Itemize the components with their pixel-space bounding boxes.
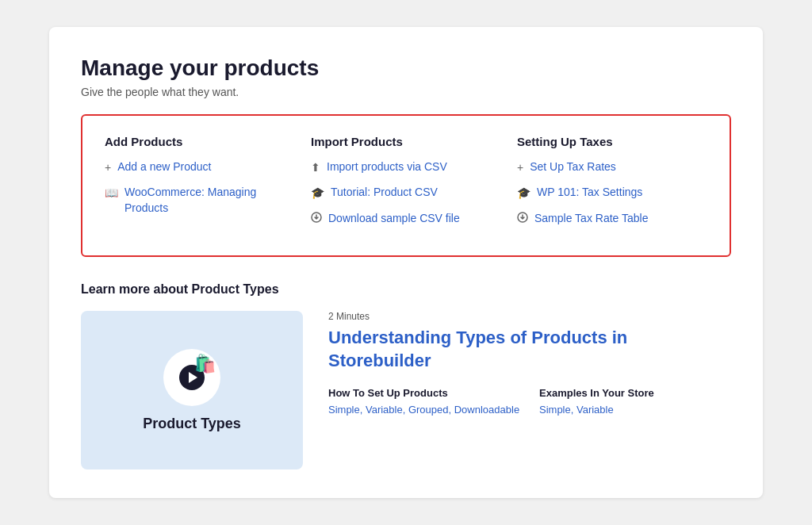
page-container: Manage your products Give the people wha… [49, 27, 763, 499]
import-products-column: Import Products ⬆ Import products via CS… [311, 135, 501, 237]
set-up-tax-rates-link[interactable]: + Set Up Tax Rates [517, 159, 707, 176]
plus-tax-icon: + [517, 160, 523, 176]
add-new-product-link[interactable]: + Add a new Product [105, 159, 295, 176]
add-new-product-label: Add a new Product [117, 159, 211, 175]
graduation-icon: 🎓 [311, 186, 324, 201]
page-title: Manage your products [81, 56, 731, 81]
book-icon: 📖 [105, 186, 118, 201]
graduation-tax-icon: 🎓 [517, 186, 530, 201]
shopping-bags-icon: 🛍️ [194, 354, 216, 374]
page-subtitle: Give the people what they want. [81, 86, 731, 98]
sample-tax-table-label: Sample Tax Rate Table [534, 211, 648, 227]
video-duration: 2 Minutes [328, 311, 731, 322]
tutorial-csv-link[interactable]: 🎓 Tutorial: Product CSV [311, 185, 501, 201]
thumbnail-label: Product Types [143, 416, 241, 432]
add-products-column: Add Products + Add a new Product 📖 WooCo… [105, 135, 295, 237]
video-title[interactable]: Understanding Types of Products in Store… [328, 327, 731, 372]
wp101-tax-link[interactable]: 🎓 WP 101: Tax Settings [517, 185, 707, 201]
download-circle-icon [311, 212, 322, 228]
video-thumbnail[interactable]: 🛍️ Product Types [81, 311, 303, 469]
topic-heading-1: How To Set Up Products [328, 387, 520, 399]
sample-tax-table-link[interactable]: Sample Tax Rate Table [517, 211, 707, 228]
download-sample-label: Download sample CSV file [328, 211, 460, 227]
import-csv-link[interactable]: ⬆ Import products via CSV [311, 159, 501, 176]
topic-links-1[interactable]: Simple, Variable, Grouped, Downloadable [328, 402, 520, 418]
setting-up-taxes-title: Setting Up Taxes [517, 135, 707, 148]
setting-up-taxes-column: Setting Up Taxes + Set Up Tax Rates 🎓 WP… [517, 135, 707, 237]
plus-icon: + [105, 160, 111, 176]
products-grid-box: Add Products + Add a new Product 📖 WooCo… [81, 114, 731, 258]
topic-heading-2: Examples In Your Store [539, 387, 731, 399]
add-products-title: Add Products [105, 135, 295, 148]
woocommerce-managing-link[interactable]: 📖 WooCommerce: Managing Products [105, 185, 295, 216]
import-csv-label: Import products via CSV [327, 159, 447, 175]
upload-icon: ⬆ [311, 160, 320, 176]
thumbnail-circle: 🛍️ [163, 349, 220, 406]
woocommerce-managing-label: WooCommerce: Managing Products [124, 185, 295, 216]
topic-col-1: How To Set Up Products Simple, Variable,… [328, 387, 520, 418]
download-sample-link[interactable]: Download sample CSV file [311, 211, 501, 228]
wp101-tax-label: WP 101: Tax Settings [537, 185, 642, 201]
set-up-tax-rates-label: Set Up Tax Rates [530, 159, 616, 175]
topic-links-2[interactable]: Simple, Variable [539, 402, 731, 418]
video-info: 2 Minutes Understanding Types of Product… [328, 311, 731, 417]
import-products-title: Import Products [311, 135, 501, 148]
download-circle-tax-icon [517, 212, 528, 228]
topics-grid: How To Set Up Products Simple, Variable,… [328, 387, 731, 418]
bottom-section: 🛍️ Product Types 2 Minutes Understanding… [81, 311, 731, 469]
topic-col-2: Examples In Your Store Simple, Variable [539, 387, 731, 418]
learn-section-title: Learn more about Product Types [81, 282, 731, 297]
tutorial-csv-label: Tutorial: Product CSV [331, 185, 438, 201]
